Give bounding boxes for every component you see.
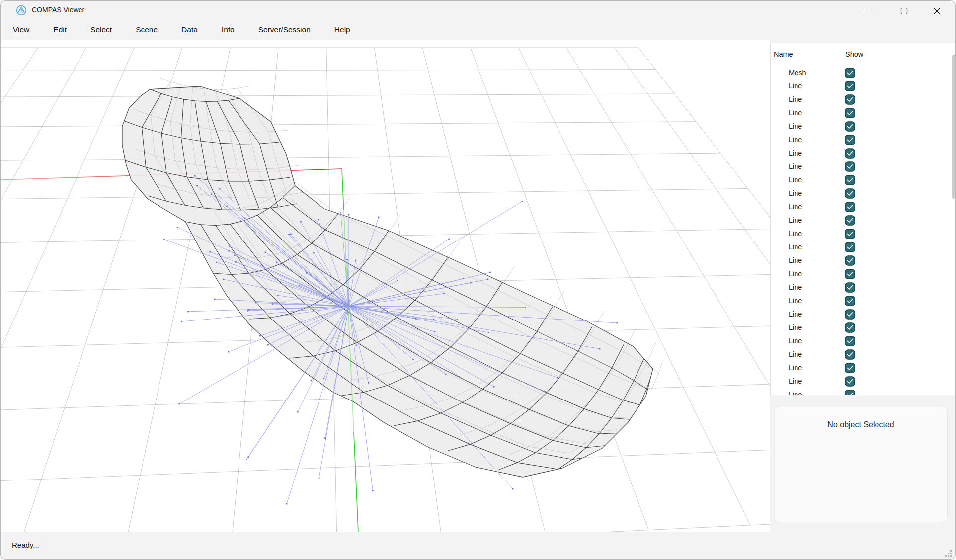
tree-row-label: Line: [789, 109, 802, 117]
show-checkbox[interactable]: [845, 296, 855, 306]
tree-row-line-21[interactable]: Line: [771, 348, 956, 362]
menu-item-edit[interactable]: Edit: [53, 25, 67, 34]
menu-item-info[interactable]: Info: [222, 25, 235, 34]
tree-row-label: Line: [789, 350, 802, 358]
show-checkbox[interactable]: [845, 390, 855, 395]
tree-row-label: Line: [789, 122, 802, 130]
tree-row-line-2[interactable]: Line: [771, 93, 956, 107]
menu-item-data[interactable]: Data: [181, 25, 198, 34]
menu-item-view[interactable]: View: [13, 25, 29, 34]
tree-row-label: Line: [789, 391, 802, 395]
tree-row-label: Line: [789, 136, 802, 144]
tree-row-line-8[interactable]: Line: [771, 174, 956, 187]
tree-row-line-24[interactable]: Line: [771, 389, 956, 395]
show-checkbox[interactable]: [845, 282, 855, 293]
show-checkbox[interactable]: [845, 242, 855, 252]
tree-row-line-15[interactable]: Line: [771, 268, 956, 281]
show-checkbox[interactable]: [845, 322, 855, 333]
tree-row-line-22[interactable]: Line: [771, 362, 956, 375]
show-checkbox[interactable]: [845, 202, 855, 212]
tree-row-line-6[interactable]: Line: [771, 147, 956, 160]
tree-row-line-17[interactable]: Line: [771, 295, 956, 308]
close-icon: [933, 7, 941, 15]
tree-row-label: Line: [789, 82, 802, 90]
menu-item-scene[interactable]: Scene: [136, 25, 158, 34]
show-checkbox[interactable]: [845, 175, 855, 185]
tree-row-line-19[interactable]: Line: [771, 321, 956, 335]
maximize-icon: [900, 7, 908, 15]
show-checkbox[interactable]: [845, 108, 855, 118]
tree-row-label: Mesh: [789, 69, 806, 77]
show-checkbox[interactable]: [845, 376, 855, 387]
tree-row-label: Line: [789, 377, 802, 385]
show-checkbox[interactable]: [845, 135, 855, 145]
show-checkbox[interactable]: [845, 81, 855, 91]
mesh-object[interactable]: [122, 78, 665, 477]
tree-row-line-16[interactable]: Line: [771, 281, 956, 295]
maximize-button[interactable]: [887, 1, 920, 21]
minimize-icon: [866, 7, 873, 15]
tree-row-label: Line: [789, 243, 802, 251]
tree-row-label: Line: [789, 230, 802, 238]
tree-row-line-7[interactable]: Line: [771, 160, 956, 174]
compas-logo-icon: [16, 5, 27, 16]
scene-tree-header: Name Show: [771, 43, 956, 67]
show-checkbox[interactable]: [845, 121, 855, 132]
tree-row-label: Line: [789, 297, 802, 305]
show-checkbox[interactable]: [845, 215, 855, 226]
scene-tree-scrollbar[interactable]: [952, 55, 956, 199]
minimize-button[interactable]: [853, 1, 885, 21]
tree-row-label: Line: [789, 149, 802, 157]
tree-row-label: Line: [789, 310, 802, 318]
tree-row-label: Line: [789, 323, 802, 331]
tree-row-line-11[interactable]: Line: [771, 214, 956, 228]
status-bar: Ready...: [1, 532, 955, 560]
title-bar[interactable]: COMPAS Viewer: [1, 1, 955, 20]
tree-row-line-10[interactable]: Line: [771, 201, 956, 214]
tree-row-line-3[interactable]: Line: [771, 107, 956, 120]
tree-row-line-4[interactable]: Line: [771, 120, 956, 134]
scene-graphics: [1, 48, 770, 532]
show-checkbox[interactable]: [845, 229, 855, 239]
menu-item-select[interactable]: Select: [90, 25, 112, 34]
tree-row-line-14[interactable]: Line: [771, 254, 956, 268]
tree-row-line-5[interactable]: Line: [771, 134, 956, 147]
resize-grip-icon[interactable]: [945, 550, 952, 557]
show-checkbox[interactable]: [845, 269, 855, 279]
tree-row-label: Line: [789, 270, 802, 278]
menu-item-help[interactable]: Help: [334, 25, 350, 34]
tree-row-line-12[interactable]: Line: [771, 228, 956, 241]
tree-row-label: Line: [789, 283, 802, 291]
tree-row-line-20[interactable]: Line: [771, 335, 956, 348]
tree-row-label: Line: [789, 337, 802, 345]
show-checkbox[interactable]: [845, 148, 855, 159]
viewport-3d[interactable]: [1, 40, 770, 532]
show-checkbox[interactable]: [845, 309, 855, 320]
show-checkbox[interactable]: [845, 255, 855, 266]
show-checkbox[interactable]: [845, 188, 855, 199]
show-checkbox[interactable]: [845, 336, 855, 346]
show-checkbox[interactable]: [845, 363, 855, 373]
tree-row-line-9[interactable]: Line: [771, 187, 956, 201]
tree-row-label: Line: [789, 189, 802, 197]
tree-row-label: Line: [789, 176, 802, 184]
status-divider: [46, 537, 46, 556]
show-checkbox[interactable]: [845, 161, 855, 172]
tree-row-mesh-0[interactable]: Mesh: [771, 67, 956, 80]
tree-row-label: Line: [789, 162, 802, 170]
column-header-name: Name: [774, 50, 793, 58]
show-checkbox[interactable]: [845, 68, 855, 78]
y-axis-green: [354, 432, 358, 532]
tree-row-line-18[interactable]: Line: [771, 308, 956, 321]
tree-row-label: Line: [789, 95, 802, 103]
show-checkbox[interactable]: [845, 349, 855, 360]
tree-row-line-23[interactable]: Line: [771, 375, 956, 389]
tree-row-line-1[interactable]: Line: [771, 80, 956, 93]
menu-item-server-session[interactable]: Server/Session: [258, 25, 311, 34]
tree-row-label: Line: [789, 256, 802, 264]
close-button[interactable]: [920, 1, 953, 21]
menu-bar: ViewEditSelectSceneDataInfoServer/Sessio…: [1, 20, 955, 40]
show-checkbox[interactable]: [845, 94, 855, 105]
tree-row-line-13[interactable]: Line: [771, 241, 956, 254]
scene-tree-panel: Name Show MeshLineLineLineLineLineLineLi…: [770, 43, 956, 395]
